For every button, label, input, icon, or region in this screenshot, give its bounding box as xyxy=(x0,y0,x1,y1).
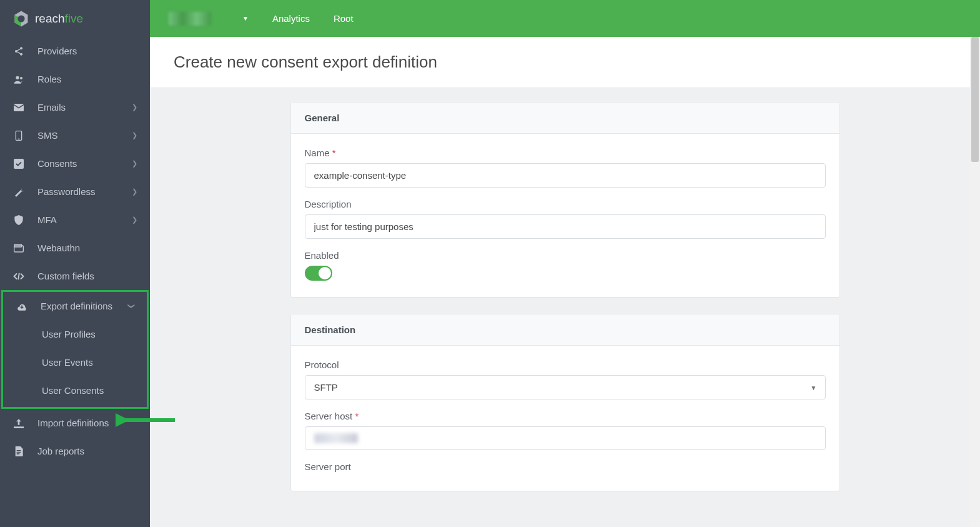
name-label: Name * xyxy=(305,148,826,158)
sidebar-sub-label: User Events xyxy=(42,357,93,368)
account-selector-redacted[interactable] xyxy=(169,12,211,26)
chevron-right-icon: ❯ xyxy=(132,216,137,224)
sidebar-item-passwordless[interactable]: Passwordless ❯ xyxy=(0,178,150,206)
main-content: General Name * Description Enabled Desti… xyxy=(150,86,980,527)
share-icon xyxy=(12,46,25,56)
sidebar-item-webauthn[interactable]: Webauthn xyxy=(0,234,150,262)
svg-point-4 xyxy=(15,50,17,53)
svg-point-5 xyxy=(20,53,22,55)
svg-point-6 xyxy=(16,76,19,79)
phone-icon xyxy=(12,131,25,141)
enabled-label: Enabled xyxy=(305,250,826,261)
sidebar-item-label: MFA xyxy=(37,214,57,225)
general-card-header: General xyxy=(291,103,839,134)
sidebar-item-label: Export definitions xyxy=(41,301,112,311)
wand-icon xyxy=(12,187,25,197)
envelope-icon xyxy=(12,104,25,111)
scrollbar[interactable] xyxy=(970,37,980,527)
sidebar-sub-user-events[interactable]: User Events xyxy=(3,348,147,376)
enabled-toggle[interactable] xyxy=(305,266,332,281)
sidebar-item-export-definitions[interactable]: Export definitions ❯ xyxy=(3,292,147,320)
sidebar-sub-user-profiles[interactable]: User Profiles xyxy=(3,320,147,348)
topnav-analytics[interactable]: Analytics xyxy=(272,13,310,24)
topnav-root[interactable]: Root xyxy=(334,13,354,24)
sidebar-item-roles[interactable]: Roles xyxy=(0,65,150,93)
name-input[interactable] xyxy=(305,163,826,188)
server-host-input[interactable] xyxy=(305,426,826,450)
chevron-right-icon: ❯ xyxy=(132,188,137,196)
page-title: Create new consent export definition xyxy=(174,53,956,72)
description-input[interactable] xyxy=(305,214,826,239)
sidebar-item-label: Custom fields xyxy=(37,271,94,281)
svg-point-13 xyxy=(22,191,23,191)
sidebar: reachfive Providers Roles Emails ❯ SMS ❯… xyxy=(0,0,150,527)
caret-down-icon[interactable]: ▼ xyxy=(242,15,249,22)
cloud-download-icon xyxy=(16,302,28,311)
sidebar-item-label: Emails xyxy=(37,102,66,113)
protocol-select[interactable] xyxy=(305,375,826,399)
logo[interactable]: reachfive xyxy=(0,0,150,37)
svg-point-2 xyxy=(17,15,24,22)
logo-icon xyxy=(12,10,30,28)
chevron-down-icon: ❯ xyxy=(127,303,136,309)
file-icon xyxy=(12,446,25,456)
sidebar-sub-label: User Consents xyxy=(42,385,104,396)
sidebar-item-label: Import definitions xyxy=(37,418,109,428)
sidebar-item-consents[interactable]: Consents ❯ xyxy=(0,149,150,178)
code-icon xyxy=(12,273,25,280)
highlight-annotation: Export definitions ❯ User Profiles User … xyxy=(1,290,149,409)
server-port-label: Server port xyxy=(305,461,826,472)
scrollbar-thumb[interactable] xyxy=(971,37,979,162)
chevron-right-icon: ❯ xyxy=(132,131,137,139)
sidebar-item-label: SMS xyxy=(37,130,58,141)
sidebar-item-import-definitions[interactable]: Import definitions xyxy=(0,409,150,437)
users-icon xyxy=(12,75,25,84)
svg-point-12 xyxy=(21,188,22,189)
chevron-right-icon: ❯ xyxy=(132,103,137,111)
sidebar-item-job-reports[interactable]: Job reports xyxy=(0,437,150,465)
svg-rect-16 xyxy=(14,426,24,428)
checkbox-icon xyxy=(12,159,25,169)
sidebar-item-label: Providers xyxy=(37,46,77,56)
wallet-icon xyxy=(12,244,25,253)
sidebar-item-label: Roles xyxy=(37,74,61,84)
sidebar-item-label: Consents xyxy=(37,158,77,169)
shield-icon xyxy=(12,215,25,225)
sidebar-item-sms[interactable]: SMS ❯ xyxy=(0,121,150,149)
chevron-right-icon: ❯ xyxy=(132,159,137,168)
sidebar-sub-user-consents[interactable]: User Consents xyxy=(3,376,147,404)
description-label: Description xyxy=(305,199,826,209)
sidebar-item-mfa[interactable]: MFA ❯ xyxy=(0,206,150,234)
server-host-label: Server host * xyxy=(305,411,826,421)
topbar: ▼ Analytics Root xyxy=(150,0,980,37)
svg-point-3 xyxy=(20,47,22,49)
destination-card-header: Destination xyxy=(291,314,839,346)
sidebar-item-providers[interactable]: Providers xyxy=(0,37,150,65)
destination-card: Destination Protocol ▼ Server host * Ser… xyxy=(290,314,840,491)
sidebar-sub-label: User Profiles xyxy=(42,329,96,339)
sidebar-item-label: Webauthn xyxy=(37,243,80,253)
logo-text: reachfive xyxy=(35,12,83,26)
protocol-label: Protocol xyxy=(305,359,826,370)
sidebar-item-emails[interactable]: Emails ❯ xyxy=(0,93,150,121)
upload-icon xyxy=(12,418,25,428)
sidebar-item-label: Passwordless xyxy=(37,186,96,197)
svg-point-7 xyxy=(20,77,22,79)
sidebar-item-custom-fields[interactable]: Custom fields xyxy=(0,262,150,290)
sidebar-item-label: Job reports xyxy=(37,446,84,456)
general-card: General Name * Description Enabled xyxy=(290,102,840,298)
page-header: Create new consent export definition xyxy=(150,37,980,88)
